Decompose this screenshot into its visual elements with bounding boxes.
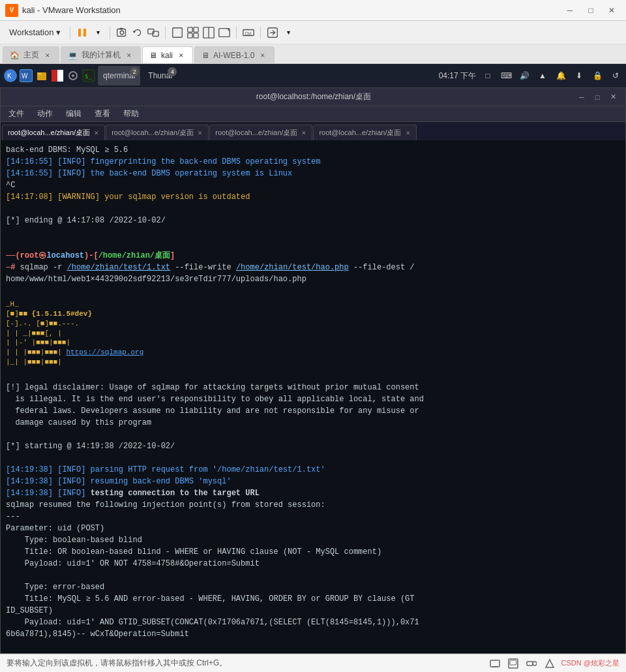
network-up-icon[interactable]: ▲	[536, 69, 549, 82]
keyboard-icon[interactable]: ⌨	[499, 69, 513, 82]
toolbar-separator	[70, 26, 70, 39]
terminal-content[interactable]: back-end DBMS: MySQL ≥ 5.6 [14:16:55] [I…	[1, 140, 625, 653]
connect-removable-dropdown[interactable]: ▾	[282, 26, 295, 39]
term-output-8	[6, 226, 620, 238]
term-legal-3: federal laws. Developers assume no liabi…	[6, 405, 620, 417]
term-tab-4[interactable]: root@locah...e/zhian/桌面 ✕	[313, 125, 416, 140]
status-icon-2[interactable]	[507, 657, 520, 670]
tab-home-close[interactable]: ✕	[43, 51, 52, 60]
pause-button[interactable]	[76, 26, 89, 39]
tab-home-label: 主页	[23, 50, 39, 61]
term-prompt-line: ──(root㉿locahost)-[/home/zhian/桌面]	[6, 250, 620, 262]
term-title-2b: ID_SUBSET)	[6, 605, 620, 617]
notification-icon[interactable]: 🔔	[554, 69, 567, 82]
tab-aiweb-close[interactable]: ✕	[258, 51, 267, 60]
term-blank-2	[6, 370, 620, 382]
volume-icon[interactable]: 🔊	[518, 69, 531, 82]
svg-rect-32	[492, 666, 498, 667]
svg-rect-12	[194, 33, 198, 37]
svg-point-28	[72, 74, 74, 77]
term-tab-2-label: root@locah...e/zhian/桌面	[112, 128, 194, 138]
toolbar-separator-4	[236, 26, 237, 39]
kali-menu-icon[interactable]: K	[4, 69, 17, 82]
browser-icon[interactable]: W	[20, 69, 33, 82]
flag-icon[interactable]	[51, 69, 64, 82]
send-ctrlaltdel-button[interactable]: Ctrl	[242, 26, 255, 39]
fullscreen-button[interactable]	[171, 26, 184, 39]
files-icon[interactable]	[35, 69, 48, 82]
kali-icon: 🖥	[149, 51, 157, 60]
resize-button[interactable]	[218, 26, 231, 39]
term-output-1: back-end DBMS: MySQL ≥ 5.6	[6, 144, 620, 156]
tab-kali-close[interactable]: ✕	[177, 51, 186, 60]
split-view-button[interactable]	[202, 26, 215, 39]
svg-rect-1	[83, 29, 86, 37]
toolbar-separator-3	[165, 26, 166, 39]
toolbar-separator-5	[260, 26, 261, 39]
terminal-close-btn[interactable]: ✕	[606, 91, 620, 103]
tab-home[interactable]: 🏠 主页 ✕	[3, 46, 59, 63]
csdn-label: CSDN @炫彩之星	[561, 658, 619, 668]
terminal-minimize-btn[interactable]: ─	[574, 91, 589, 103]
term-param: Parameter: uid (POST)	[6, 523, 620, 534]
workstation-menu[interactable]: Workstation ▾	[5, 23, 65, 42]
term-tab-1-close[interactable]: ✕	[94, 130, 99, 136]
download-icon[interactable]: ⬇	[573, 69, 586, 82]
term-tab-2-close[interactable]: ✕	[198, 130, 203, 136]
term-tab-3[interactable]: root@locah...e/zhian/桌面 ✕	[209, 125, 312, 140]
status-icon-3[interactable]	[525, 657, 538, 670]
vm-tabs: 🏠 主页 ✕ 💻 我的计算机 ✕ 🖥 kali ✕ 🖥 AI-WEB-1.0 ✕	[0, 44, 626, 64]
terminal-maximize-btn[interactable]: □	[590, 91, 604, 103]
unity-button[interactable]	[186, 26, 200, 39]
menu-file[interactable]: 文件	[6, 108, 27, 119]
manage-snapshots-button[interactable]	[147, 26, 160, 39]
taskbar: K W $_ 2 qterminal 4 Thunar 04:17 下午 □ ⌨…	[0, 64, 626, 87]
term-tab-1[interactable]: root@locah...e/zhian/桌面 ✕	[2, 125, 105, 140]
svg-rect-0	[78, 29, 81, 37]
aiweb-icon: 🖥	[201, 51, 209, 60]
menu-action[interactable]: 动作	[35, 108, 55, 119]
settings-icon[interactable]	[67, 69, 80, 82]
thunar-taskbar-item[interactable]: 4 Thunar	[143, 66, 178, 85]
term-tab-3-close[interactable]: ✕	[301, 130, 306, 136]
term-tab-2[interactable]: root@locah...e/zhian/桌面 ✕	[106, 125, 209, 140]
term-resumed: sqlmap resumed the following injection p…	[6, 499, 620, 511]
qterminal-taskbar-item[interactable]: 2 qterminal	[98, 66, 140, 85]
lock-icon[interactable]: 🔒	[591, 69, 604, 82]
refresh-icon[interactable]: ↺	[609, 69, 622, 82]
close-button[interactable]: ✕	[603, 3, 621, 18]
connect-removable-button[interactable]	[266, 26, 279, 39]
tab-mycomputer-close[interactable]: ✕	[125, 51, 134, 60]
menu-view[interactable]: 查看	[92, 108, 113, 119]
tab-kali[interactable]: 🖥 kali ✕	[142, 46, 193, 63]
screen-icon[interactable]: □	[481, 69, 494, 82]
snapshot-button[interactable]	[115, 26, 128, 39]
svg-rect-31	[490, 660, 499, 667]
term-output-7: [*] ending @ 14:17:08 /2022-10-02/	[6, 215, 620, 226]
term-command-cont: home/www/html/web1×443290o2sdf92213/se3r…	[6, 273, 620, 285]
menu-help[interactable]: 帮助	[121, 108, 142, 119]
menu-edit[interactable]: 编辑	[63, 108, 84, 119]
term-blank-3	[6, 429, 620, 440]
term-tab-1-label: root@locah...e/zhian/桌面	[8, 128, 90, 138]
terminal-tabs: root@locah...e/zhian/桌面 ✕ root@locah...e…	[1, 122, 625, 140]
tab-mycomputer[interactable]: 💻 我的计算机 ✕	[61, 46, 141, 63]
statusbar: 要将输入定向到该虚拟机，请将鼠标指针移入其中或按 Ctrl+G。 CSDN @炫…	[0, 654, 626, 672]
status-icon-4[interactable]	[543, 657, 556, 670]
maximize-button[interactable]: □	[582, 3, 600, 18]
minimize-button[interactable]: ─	[561, 3, 579, 18]
svg-rect-8	[173, 27, 183, 37]
terminal-taskbar-icon[interactable]: $_	[82, 69, 95, 82]
status-icon-1[interactable]	[488, 657, 501, 670]
term-type-1: Type: boolean-based blind	[6, 534, 620, 546]
revert-button[interactable]	[131, 26, 144, 39]
pause-dropdown[interactable]: ▾	[91, 26, 104, 39]
qterminal-badge: 2	[130, 67, 139, 76]
term-tab-4-close[interactable]: ✕	[406, 130, 411, 136]
term-info-1: [14:19:38] [INFO] parsing HTTP request f…	[6, 464, 620, 476]
tab-aiweb[interactable]: 🖥 AI-WEB-1.0 ✕	[194, 46, 275, 63]
toolbar-separator-2	[110, 26, 110, 39]
term-output-5: [14:17:08] [WARNING] your sqlmap version…	[6, 191, 620, 203]
terminal-titlebar: ─ □ ✕ root@localhost:/home/zhian/桌面	[1, 88, 625, 106]
titlebar: V kali - VMware Workstation ─ □ ✕	[0, 0, 626, 21]
